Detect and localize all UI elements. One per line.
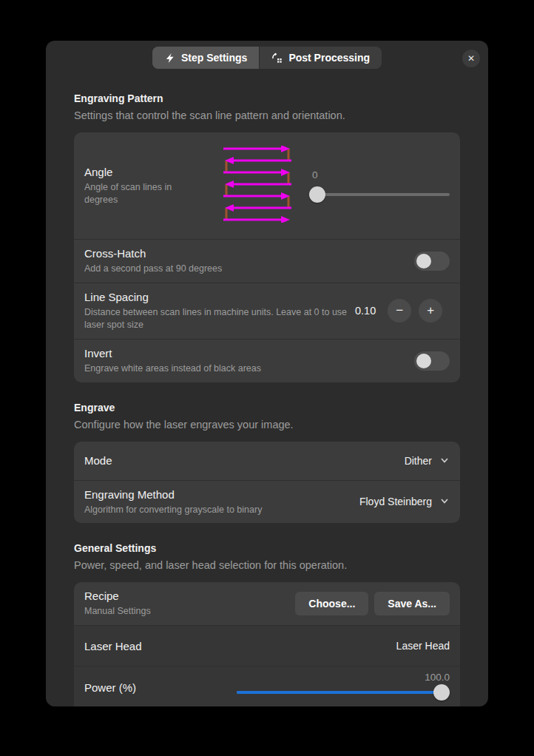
engrave-description: Configure how the laser engraves your im… bbox=[74, 419, 460, 431]
line-spacing-value[interactable]: 0.10 bbox=[355, 305, 376, 317]
plus-icon: + bbox=[427, 303, 434, 318]
dialog-content: Engraving Pattern Settings that control … bbox=[46, 92, 488, 706]
invert-row: Invert Engrave white areas instead of bl… bbox=[74, 339, 460, 382]
chevron-down-icon bbox=[439, 495, 450, 508]
tab-post-processing-label: Post Processing bbox=[288, 52, 370, 64]
tab-step-settings[interactable]: Step Settings bbox=[152, 47, 259, 69]
angle-slider-handle[interactable] bbox=[309, 186, 325, 203]
tab-step-settings-label: Step Settings bbox=[181, 52, 247, 64]
line-spacing-label: Line Spacing bbox=[84, 291, 348, 303]
angle-slider[interactable] bbox=[309, 186, 450, 203]
engrave-group: Mode Dither Engraving Method Algorithm f… bbox=[74, 442, 460, 524]
general-settings-group: Recipe Manual Settings Choose... Save As… bbox=[74, 582, 460, 706]
cross-hatch-label: Cross-Hatch bbox=[84, 247, 407, 260]
laser-head-value: Laser Head bbox=[396, 640, 450, 652]
cross-hatch-row: Cross-Hatch Add a second pass at 90 degr… bbox=[74, 239, 460, 283]
engrave-title: Engrave bbox=[74, 402, 460, 414]
power-slider-fill bbox=[237, 691, 450, 694]
engraving-method-subtitle: Algorithm for converting grayscale to bi… bbox=[84, 504, 352, 516]
engraving-method-label: Engraving Method bbox=[84, 488, 352, 501]
line-spacing-subtitle: Distance between scan lines in machine u… bbox=[84, 306, 348, 331]
flash-icon bbox=[164, 53, 175, 64]
angle-value: 0 bbox=[312, 169, 450, 180]
close-icon: ✕ bbox=[467, 53, 475, 64]
invert-toggle[interactable] bbox=[414, 351, 450, 371]
mode-label: Mode bbox=[84, 454, 397, 467]
tab-group: Step Settings Post Processing bbox=[152, 47, 382, 69]
power-slider[interactable] bbox=[237, 684, 450, 701]
laser-head-label: Laser Head bbox=[84, 640, 389, 652]
angle-subtitle: Angle of scan lines in degrees bbox=[84, 181, 197, 206]
mode-row[interactable]: Mode Dither bbox=[74, 442, 460, 480]
angle-label: Angle bbox=[84, 166, 197, 178]
invert-label: Invert bbox=[84, 347, 407, 360]
recipe-row: Recipe Manual Settings Choose... Save As… bbox=[74, 582, 460, 625]
angle-row: Angle Angle of scan lines in degrees bbox=[74, 132, 460, 239]
recipe-subtitle: Manual Settings bbox=[84, 605, 288, 618]
engraving-pattern-title: Engraving Pattern bbox=[74, 92, 460, 104]
invert-toggle-knob bbox=[416, 354, 431, 368]
laser-head-row[interactable]: Laser Head Laser Head bbox=[74, 625, 460, 666]
recipe-save-as-button[interactable]: Save As... bbox=[374, 592, 450, 615]
engraving-method-value: Floyd Steinberg bbox=[359, 496, 432, 507]
process-icon bbox=[271, 53, 283, 64]
recipe-choose-button[interactable]: Choose... bbox=[295, 592, 368, 615]
minus-icon: − bbox=[396, 303, 403, 318]
engraving-method-row[interactable]: Engraving Method Algorithm for convertin… bbox=[74, 480, 460, 524]
line-spacing-decrease-button[interactable]: − bbox=[388, 299, 411, 323]
recipe-label: Recipe bbox=[84, 590, 288, 602]
line-spacing-row: Line Spacing Distance between scan lines… bbox=[74, 283, 460, 339]
tab-post-processing[interactable]: Post Processing bbox=[259, 47, 382, 69]
engraving-pattern-description: Settings that control the scan line patt… bbox=[74, 109, 460, 121]
general-settings-title: General Settings bbox=[74, 542, 460, 554]
cross-hatch-subtitle: Add a second pass at 90 degrees bbox=[84, 263, 407, 275]
dialog-header: Step Settings Post Processing ✕ bbox=[46, 41, 488, 73]
power-label: Power (%) bbox=[84, 681, 229, 694]
chevron-down-icon bbox=[439, 454, 450, 468]
mode-dropdown[interactable]: Dither bbox=[405, 454, 450, 468]
angle-slider-track[interactable] bbox=[309, 193, 450, 196]
invert-subtitle: Engrave white areas instead of black are… bbox=[84, 362, 407, 375]
engraving-method-dropdown[interactable]: Floyd Steinberg bbox=[359, 495, 450, 508]
line-spacing-increase-button[interactable]: + bbox=[419, 299, 442, 323]
engraving-pattern-group: Angle Angle of scan lines in degrees bbox=[74, 132, 460, 382]
mode-value: Dither bbox=[405, 455, 432, 467]
close-button[interactable]: ✕ bbox=[462, 50, 480, 67]
power-value: 100.0 bbox=[425, 672, 450, 683]
power-slider-handle[interactable] bbox=[433, 684, 450, 701]
scan-pattern-preview bbox=[222, 146, 293, 226]
general-settings-description: Power, speed, and laser head selection f… bbox=[74, 559, 460, 571]
step-settings-dialog: Step Settings Post Processing ✕ bbox=[46, 41, 488, 706]
cross-hatch-toggle-knob bbox=[416, 254, 431, 269]
power-row: Power (%) 100.0 bbox=[74, 666, 460, 706]
cross-hatch-toggle[interactable] bbox=[414, 252, 450, 271]
